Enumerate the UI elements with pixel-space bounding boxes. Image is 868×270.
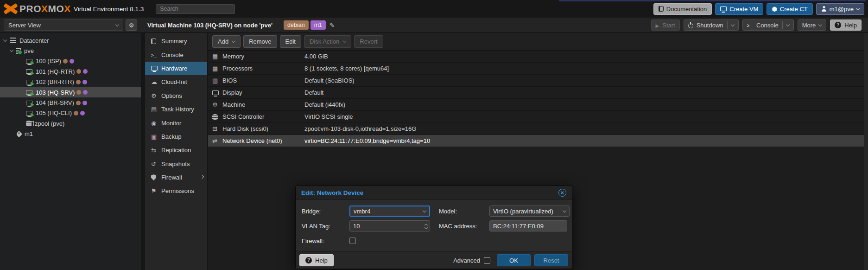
tree-item-label: 102 (BR-RTR): [36, 78, 74, 85]
collapse-chevron-icon[interactable]: [3, 38, 7, 41]
mac-address-input[interactable]: [493, 223, 567, 230]
tab-hardware[interactable]: Hardware: [145, 62, 207, 75]
create-ct-button[interactable]: Create CT: [767, 3, 812, 15]
edit-label: Edit: [285, 38, 296, 45]
console-button[interactable]: Console: [742, 19, 794, 31]
tab-firewall[interactable]: Firewall: [145, 171, 207, 184]
tab-cloud-init[interactable]: Cloud-Init: [145, 75, 207, 89]
hard-disk-icon: [212, 126, 217, 132]
vertical-scrollbar[interactable]: [864, 33, 868, 270]
tree-item-vm-100[interactable]: 100 (ISP): [0, 56, 141, 66]
hardware-name: Memory: [222, 53, 304, 60]
spinner-arrows-icon[interactable]: [422, 223, 430, 229]
tree-item-m1[interactable]: m1: [0, 129, 141, 139]
nav-label: Backup: [161, 133, 181, 140]
tab-monitor[interactable]: Monitor: [145, 116, 207, 129]
chevron-down-icon[interactable]: [420, 211, 429, 212]
tree-settings-button[interactable]: [126, 19, 137, 31]
model-input[interactable]: [493, 208, 560, 215]
tab-summary[interactable]: Summary: [145, 34, 207, 48]
start-button[interactable]: Start: [651, 19, 680, 31]
tree-item-datacenter[interactable]: Datacenter: [0, 35, 141, 45]
vm-nav-panel: Summary Console Hardware Cloud-Init Opti…: [145, 33, 208, 270]
create-vm-button[interactable]: Create VM: [715, 3, 763, 15]
tree-item-vm-104[interactable]: 104 (BR-SRV): [0, 97, 141, 108]
dialog-title-bar[interactable]: Edit: Network Device: [296, 186, 572, 200]
hardware-row-bios[interactable]: BIOS Default (SeaBIOS): [208, 75, 868, 87]
bridge-combo[interactable]: [349, 206, 430, 217]
tab-task-history[interactable]: Task History: [145, 103, 207, 116]
dialog-help-button[interactable]: Help: [299, 254, 334, 266]
user-menu-button[interactable]: m1@pve: [816, 3, 864, 15]
expand-chevron-icon: [200, 175, 204, 179]
dialog-title: Edit: Network Device: [301, 189, 363, 196]
hardware-row-hard-disk[interactable]: Hard Disk (scsi0) zpool:vm-103-disk-0,io…: [208, 123, 868, 135]
tag-dot-m1: [70, 59, 74, 64]
ok-button[interactable]: OK: [497, 254, 531, 266]
tree-item-zpool[interactable]: zpool (pve): [0, 118, 141, 129]
firewall-checkbox[interactable]: [349, 238, 356, 244]
vm-running-icon: [26, 101, 32, 105]
chevron-down-icon[interactable]: [786, 22, 789, 26]
tree-item-vm-103[interactable]: 103 (HQ-SRV): [0, 87, 141, 97]
tab-permissions[interactable]: Permissions: [145, 184, 207, 198]
remove-button[interactable]: Remove: [243, 35, 277, 48]
nav-label: Hardware: [161, 65, 187, 72]
tree-item-vm-102[interactable]: 102 (BR-RTR): [0, 77, 141, 87]
floppy-icon: [151, 134, 157, 140]
tree-item-label: Datacenter: [19, 37, 49, 44]
advanced-checkbox[interactable]: [484, 257, 490, 264]
tab-options[interactable]: Options: [145, 89, 207, 103]
help-button[interactable]: Help: [830, 19, 862, 31]
vlan-tag-spinner[interactable]: [349, 220, 430, 231]
vm-running-icon: [26, 111, 32, 116]
vlan-tag-input[interactable]: [353, 223, 422, 230]
tag-dot-m1: [82, 101, 87, 105]
hardware-name: SCSI Controller: [222, 113, 304, 120]
hardware-row-display[interactable]: Display Default: [208, 87, 868, 99]
hardware-row-machine[interactable]: Machine Default (i440fx): [208, 99, 868, 111]
edit-tags-icon[interactable]: [329, 22, 335, 28]
add-button[interactable]: Add: [212, 35, 241, 48]
hardware-row-memory[interactable]: Memory 4.00 GiB: [208, 51, 868, 63]
advanced-label: Advanced: [453, 257, 480, 264]
tab-snapshots[interactable]: Snapshots: [145, 157, 207, 171]
tree-item-vm-105[interactable]: 105 (HQ-CLI): [0, 108, 141, 118]
view-selector[interactable]: Server View: [4, 19, 123, 31]
tree-item-pve[interactable]: pve: [0, 45, 141, 56]
hardware-row-network-device[interactable]: Network Device (net0) virtio=BC:24:11:77…: [208, 135, 868, 147]
search-input[interactable]: [156, 4, 235, 14]
mac-address-field[interactable]: [489, 220, 567, 231]
collapse-chevron-icon[interactable]: [10, 48, 13, 52]
bridge-input[interactable]: [354, 208, 420, 215]
question-icon: [835, 22, 841, 28]
close-icon[interactable]: [558, 189, 566, 197]
tree-item-vm-101[interactable]: 101 (HQ-RTR): [0, 66, 141, 77]
display-icon: [212, 90, 219, 95]
model-combo[interactable]: [489, 206, 570, 217]
hardware-value: 4.00 GiB: [304, 53, 868, 60]
edit-button[interactable]: Edit: [280, 35, 301, 48]
nav-label: Snapshots: [161, 161, 190, 167]
tag-debian[interactable]: debian: [284, 20, 309, 30]
hardware-row-scsi-controller[interactable]: SCSI Controller VirtIO SCSI single: [208, 111, 868, 123]
reset-button[interactable]: Reset: [534, 254, 568, 266]
tag-m1[interactable]: m1: [310, 20, 326, 30]
revert-button[interactable]: Revert: [354, 35, 383, 48]
tab-replication[interactable]: Replication: [145, 143, 207, 157]
tab-console[interactable]: Console: [145, 48, 207, 61]
disk-action-label: Disk Action: [310, 38, 339, 45]
create-vm-label: Create VM: [729, 6, 758, 13]
chevron-down-icon[interactable]: [560, 211, 569, 212]
panel-splitter[interactable]: [141, 33, 145, 270]
more-button[interactable]: More: [798, 19, 827, 31]
disk-action-button[interactable]: Disk Action: [304, 35, 351, 48]
hardware-name: Machine: [222, 101, 304, 108]
documentation-button[interactable]: Documentation: [653, 3, 712, 15]
shutdown-button[interactable]: Shutdown: [684, 19, 739, 31]
proxmox-logo-text: PROXMOX: [19, 3, 71, 14]
hardware-name: Hard Disk (scsi0): [222, 125, 304, 132]
tab-backup[interactable]: Backup: [145, 130, 207, 143]
hardware-row-processors[interactable]: Processors 8 (1 sockets, 8 cores) [qemu6…: [208, 63, 868, 75]
chevron-down-icon[interactable]: [730, 22, 734, 26]
